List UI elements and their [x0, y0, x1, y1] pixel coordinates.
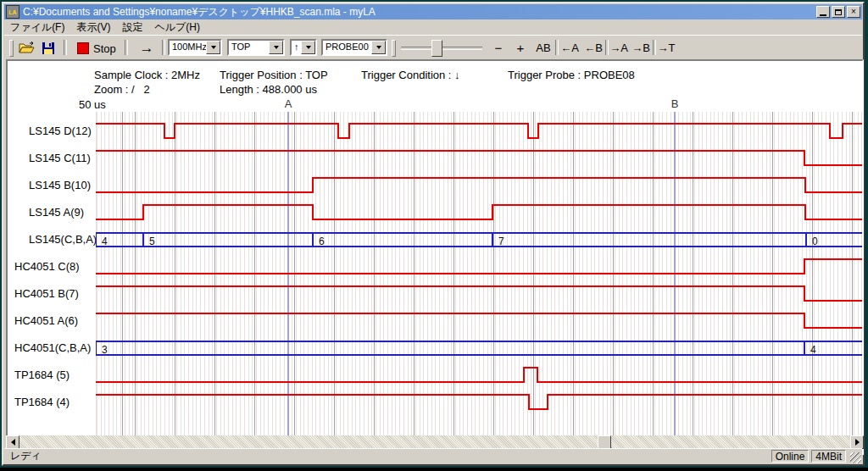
open-folder-icon [19, 42, 35, 54]
stop-icon [77, 42, 89, 54]
chevron-down-icon [306, 46, 311, 49]
window-title: C:¥Documents and Settings¥noname¥デスクトップ¥… [23, 5, 815, 19]
maximize-icon [835, 9, 842, 15]
toolbar-separator [64, 40, 67, 55]
menu-file[interactable]: ファイル(F) [4, 19, 70, 36]
sample-clock-dropdown[interactable] [206, 41, 220, 54]
zoom-in-button[interactable]: + [511, 39, 530, 57]
waveform-trace [96, 259, 864, 274]
waveform-trace [96, 151, 864, 165]
move-a-left-button[interactable]: ←A [559, 39, 581, 57]
marker-label-a[interactable]: A [285, 97, 292, 110]
trigger-edge-combo[interactable]: ↑ [290, 39, 317, 56]
stop-label: Stop [93, 42, 116, 55]
sample-clock-info: Sample Clock : 2MHz [94, 69, 200, 81]
trigger-position-combo[interactable]: TOP [227, 39, 285, 56]
arrow-left-icon [11, 439, 15, 446]
move-b-left-button[interactable]: ←B [582, 39, 604, 57]
waveform-plot[interactable]: 4567034 [96, 112, 864, 440]
zoom-info: Zoom : / 2 [94, 83, 150, 96]
menu-help[interactable]: ヘルプ(H) [148, 19, 206, 36]
menu-settings[interactable]: 設定 [116, 19, 148, 36]
zoom-slider-thumb[interactable] [431, 40, 442, 57]
save-floppy-icon [42, 42, 55, 55]
bus-segment [96, 341, 804, 355]
close-icon: × [851, 8, 856, 16]
waveform-trace [96, 395, 864, 409]
channel-label: LS145 C(11) [29, 152, 91, 164]
stop-button[interactable]: Stop [70, 39, 123, 58]
bus-segment [492, 233, 806, 247]
scroll-right-button[interactable] [850, 435, 864, 449]
toolbar: Stop → 100MHz TOP ↑ PROBE00 [4, 35, 862, 60]
toolbar-separator [125, 40, 128, 55]
move-a-right-button[interactable]: →A [608, 39, 630, 57]
scrollbar-thumb[interactable] [598, 435, 611, 449]
trigger-position-value: TOP [229, 41, 269, 54]
move-b-right-button[interactable]: →B [630, 39, 652, 57]
save-button[interactable] [38, 39, 58, 57]
bus-value: 3 [102, 344, 108, 356]
minimize-button[interactable] [816, 6, 830, 18]
sample-clock-combo[interactable]: 100MHz [168, 39, 222, 56]
trigger-position-dropdown[interactable] [269, 41, 283, 54]
chevron-down-icon [211, 46, 216, 49]
waveform-trace [96, 368, 864, 382]
title-bar[interactable]: LA C:¥Documents and Settings¥noname¥デスクト… [4, 4, 862, 19]
ab-button[interactable]: AB [533, 39, 554, 57]
bus-value: 5 [149, 236, 155, 247]
menu-view[interactable]: 表示(V) [70, 19, 116, 36]
resize-grip[interactable] [850, 452, 861, 463]
bus-segment [313, 233, 492, 247]
probe-dropdown[interactable] [371, 41, 386, 54]
channel-label: HC4051 A(6) [14, 314, 78, 327]
desktop: LA C:¥Documents and Settings¥noname¥デスクト… [0, 0, 868, 471]
probe-value: PROBE00 [323, 41, 371, 54]
trigger-probe-info: Trigger Probe : PROBE08 [508, 69, 635, 81]
app-icon: LA [6, 5, 19, 19]
marker-label-b[interactable]: B [671, 97, 679, 110]
zoom-out-button[interactable]: − [489, 39, 508, 57]
app-window: LA C:¥Documents and Settings¥noname¥デスクト… [2, 2, 865, 466]
toolbar-grip [9, 40, 14, 57]
trigger-condition-info: Trigger Condition : ↓ [361, 69, 460, 81]
waveform-trace [96, 205, 864, 219]
channel-label: LS145 A(9) [29, 206, 84, 219]
arrow-right-icon [855, 439, 860, 446]
desktop-edge [0, 468, 868, 471]
channel-label: LS145 D(12) [29, 125, 92, 137]
open-file-button[interactable] [16, 39, 36, 57]
trigger-edge-dropdown[interactable] [301, 41, 315, 54]
trigger-position-info: Trigger Position : TOP [220, 69, 328, 81]
goto-trigger-button[interactable]: →T [655, 39, 677, 57]
bus-value: 6 [319, 236, 325, 247]
length-info: Length : 488.000 us [220, 83, 317, 96]
status-bar: レディ Online 4MBit [4, 448, 862, 463]
scroll-left-button[interactable] [6, 435, 19, 449]
toolbar-separator [162, 40, 165, 55]
waveform-trace [96, 124, 864, 138]
waveform-client-area: Sample Clock : 2MHz Trigger Position : T… [6, 59, 864, 455]
time-scale-label: 50 us [79, 98, 106, 111]
chevron-down-icon [274, 46, 279, 49]
channel-label: LS145 B(10) [29, 179, 91, 191]
channel-label: HC4051(C,B,A) [14, 341, 91, 354]
bus-value: 4 [102, 236, 108, 247]
horizontal-scrollbar[interactable] [6, 435, 864, 449]
run-button[interactable]: → [133, 39, 160, 57]
channel-label: LS145(C,B,A) [29, 233, 97, 246]
memory-status-badge: 4MBit [811, 450, 846, 463]
channel-label: TP1684 (5) [14, 368, 70, 381]
bus-value: 4 [810, 344, 816, 356]
waveform-trace [96, 313, 864, 328]
status-message: レディ [4, 449, 771, 463]
chevron-down-icon [376, 46, 381, 49]
channel-label: HC4051 B(7) [14, 287, 79, 300]
channel-label: HC4051 C(8) [14, 260, 80, 273]
close-button[interactable]: × [847, 6, 860, 18]
bus-value: 0 [812, 236, 818, 247]
maximize-button[interactable] [832, 6, 845, 18]
online-status-badge: Online [771, 450, 810, 463]
probe-combo[interactable]: PROBE00 [321, 39, 387, 56]
minimize-icon [820, 14, 826, 16]
